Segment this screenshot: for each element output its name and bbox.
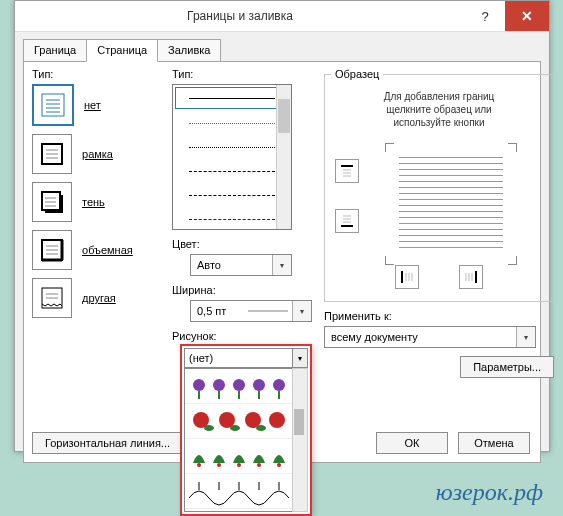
applyto-combo[interactable]: всему документу ▾ (324, 326, 536, 348)
edge-top-button[interactable] (335, 159, 359, 183)
art-scrollbar[interactable] (292, 368, 308, 512)
setting-none-label: нет (84, 99, 101, 111)
svg-point-54 (204, 425, 214, 431)
tab-shading[interactable]: Заливка (157, 39, 221, 62)
art-option-vine[interactable] (185, 474, 293, 509)
width-combo[interactable]: 0,5 пт ▾ (190, 300, 312, 322)
width-value: 0,5 пт (191, 305, 248, 317)
svg-point-59 (237, 463, 241, 467)
svg-point-58 (217, 463, 221, 467)
setting-3d-label: объемная (82, 244, 133, 256)
setting-none-icon (32, 84, 74, 126)
cancel-button[interactable]: Отмена (458, 432, 530, 454)
style-list[interactable] (172, 84, 292, 230)
svg-point-41 (213, 379, 225, 391)
art-dropdown-popup: (нет) ▾ (180, 344, 312, 516)
setting-box-label: рамка (82, 148, 113, 160)
style-dashdot[interactable] (173, 207, 291, 231)
setting-none[interactable]: нет (32, 84, 162, 126)
style-column: Тип: Цвет: Авто ▾ Ширина: 0,5 (172, 68, 312, 346)
color-combo[interactable]: Авто ▾ (190, 254, 292, 276)
options-button[interactable]: Параметры... (460, 356, 554, 378)
svg-point-57 (197, 463, 201, 467)
chevron-down-icon[interactable]: ▾ (292, 348, 308, 368)
svg-point-61 (277, 463, 281, 467)
style-dotted[interactable] (173, 135, 291, 159)
art-label: Рисунок: (172, 330, 312, 342)
art-option-roses-red[interactable] (185, 404, 293, 439)
svg-point-56 (256, 425, 266, 431)
tabstrip: Граница Страница Заливка (15, 32, 549, 61)
chevron-down-icon: ▾ (516, 327, 535, 347)
svg-point-43 (253, 379, 265, 391)
art-option-leaves-green[interactable] (185, 439, 293, 474)
watermark: юзерок.рф (436, 479, 543, 506)
preview-area (331, 139, 547, 269)
tab-border[interactable]: Граница (23, 39, 87, 62)
width-preview-line (248, 308, 288, 314)
svg-rect-10 (42, 192, 60, 210)
color-value: Авто (191, 259, 272, 271)
preview-legend: Образец (331, 68, 383, 80)
svg-point-60 (257, 463, 261, 467)
setting-label: Тип: (32, 68, 162, 80)
svg-point-55 (230, 425, 240, 431)
width-label: Ширина: (172, 284, 312, 296)
ok-button[interactable]: ОК (376, 432, 448, 454)
style-dashed-wide[interactable] (173, 183, 291, 207)
style-solid[interactable] (174, 86, 290, 110)
preview-hint: Для добавления границ щелкните образец и… (331, 90, 547, 129)
setting-shadow-icon (32, 182, 72, 222)
setting-custom-icon (32, 278, 72, 318)
setting-box-icon (32, 134, 72, 174)
setting-shadow-label: тень (82, 196, 105, 208)
setting-3d-icon (32, 230, 72, 270)
scrollbar-thumb[interactable] (278, 99, 290, 133)
svg-point-42 (233, 379, 245, 391)
titlebar: Границы и заливка ? ✕ (15, 1, 549, 32)
scrollbar-thumb[interactable] (294, 409, 304, 435)
color-label: Цвет: (172, 238, 312, 250)
style-dashed[interactable] (173, 159, 291, 183)
art-value[interactable]: (нет) (184, 348, 296, 368)
svg-point-44 (273, 379, 285, 391)
horizontal-line-button[interactable]: Горизонтальная линия... (32, 432, 183, 454)
svg-point-53 (269, 412, 285, 428)
close-icon: ✕ (521, 8, 533, 24)
setting-column: Тип: нет рамка те (32, 68, 162, 326)
setting-custom[interactable]: другая (32, 278, 162, 318)
help-button[interactable]: ? (465, 1, 505, 31)
svg-point-40 (193, 379, 205, 391)
preview-fieldset: Образец Для добавления границ щелкните о… (324, 68, 554, 302)
setting-custom-label: другая (82, 292, 116, 304)
tab-page[interactable]: Страница (86, 39, 158, 62)
dialog-title: Границы и заливка (15, 9, 465, 23)
svg-rect-0 (42, 94, 64, 116)
setting-box[interactable]: рамка (32, 134, 162, 174)
style-label: Тип: (172, 68, 312, 80)
applyto-label: Применить к: (324, 310, 554, 322)
preview-doc[interactable] (391, 149, 511, 259)
applyto-value: всему документу (325, 331, 516, 343)
preview-column: Образец Для добавления границ щелкните о… (324, 68, 554, 378)
style-dotted-fine[interactable] (173, 111, 291, 135)
chevron-down-icon: ▾ (272, 255, 291, 275)
setting-shadow[interactable]: тень (32, 182, 162, 222)
art-option-flowers-purple[interactable] (185, 369, 293, 404)
setting-3d[interactable]: объемная (32, 230, 162, 270)
chevron-down-icon: ▾ (292, 301, 311, 321)
edge-bottom-button[interactable] (335, 209, 359, 233)
style-scrollbar[interactable] (276, 85, 291, 229)
art-options-list[interactable] (184, 368, 294, 512)
close-button[interactable]: ✕ (505, 1, 549, 31)
